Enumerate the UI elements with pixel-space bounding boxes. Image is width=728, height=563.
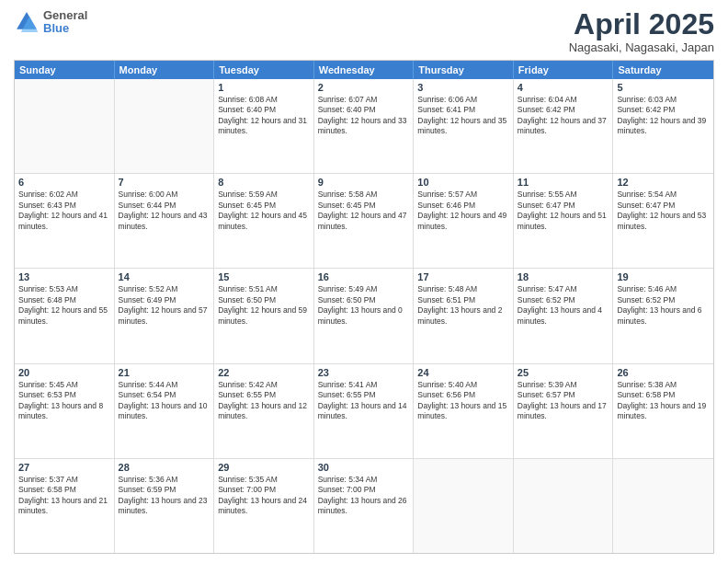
day-number: 10	[417, 177, 509, 188]
header: General Blue April 2025 Nagasaki, Nagasa…	[14, 9, 714, 54]
day-number: 20	[18, 367, 110, 378]
calendar-cell: 3Sunrise: 6:06 AM Sunset: 6:41 PM Daylig…	[414, 79, 514, 173]
cell-info: Sunrise: 6:02 AM Sunset: 6:43 PM Dayligh…	[18, 190, 110, 232]
header-day-sunday: Sunday	[15, 61, 115, 79]
day-number: 24	[417, 367, 509, 378]
calendar-cell: 23Sunrise: 5:41 AM Sunset: 6:55 PM Dayli…	[314, 364, 415, 458]
calendar-cell: 4Sunrise: 6:04 AM Sunset: 6:42 PM Daylig…	[514, 79, 614, 173]
calendar-cell: 8Sunrise: 5:59 AM Sunset: 6:45 PM Daylig…	[214, 174, 314, 268]
calendar-cell: 9Sunrise: 5:58 AM Sunset: 6:45 PM Daylig…	[314, 174, 415, 268]
cell-info: Sunrise: 5:45 AM Sunset: 6:53 PM Dayligh…	[18, 380, 110, 422]
cell-info: Sunrise: 5:52 AM Sunset: 6:49 PM Dayligh…	[119, 284, 210, 327]
calendar-cell: 29Sunrise: 5:35 AM Sunset: 7:00 PM Dayli…	[214, 459, 314, 553]
header-day-tuesday: Tuesday	[214, 61, 314, 79]
day-number: 12	[617, 177, 710, 188]
logo-text: General Blue	[43, 9, 87, 36]
day-number: 14	[119, 271, 210, 282]
cell-info: Sunrise: 5:37 AM Sunset: 6:58 PM Dayligh…	[18, 475, 110, 517]
calendar-header: SundayMondayTuesdayWednesdayThursdayFrid…	[15, 61, 713, 79]
day-number: 3	[417, 82, 509, 93]
calendar-cell: 11Sunrise: 5:55 AM Sunset: 6:47 PM Dayli…	[514, 174, 614, 268]
logo-line1: General	[43, 9, 87, 22]
cell-info: Sunrise: 6:00 AM Sunset: 6:44 PM Dayligh…	[119, 190, 210, 232]
cell-info: Sunrise: 5:59 AM Sunset: 6:45 PM Dayligh…	[218, 190, 310, 232]
day-number: 13	[18, 271, 110, 282]
day-number: 30	[318, 462, 410, 473]
calendar-cell: 30Sunrise: 5:34 AM Sunset: 7:00 PM Dayli…	[314, 459, 415, 553]
day-number: 4	[518, 82, 609, 93]
day-number: 22	[218, 367, 310, 378]
cell-info: Sunrise: 6:07 AM Sunset: 6:40 PM Dayligh…	[318, 95, 410, 137]
calendar-row-0: 1Sunrise: 6:08 AM Sunset: 6:40 PM Daylig…	[15, 79, 713, 173]
calendar-cell: 13Sunrise: 5:53 AM Sunset: 6:48 PM Dayli…	[15, 269, 115, 362]
day-number: 15	[218, 271, 310, 282]
cell-info: Sunrise: 5:53 AM Sunset: 6:48 PM Dayligh…	[18, 284, 110, 327]
calendar-row-1: 6Sunrise: 6:02 AM Sunset: 6:43 PM Daylig…	[15, 173, 713, 268]
day-number: 16	[318, 271, 410, 282]
calendar-cell: 10Sunrise: 5:57 AM Sunset: 6:46 PM Dayli…	[414, 174, 514, 268]
day-number: 28	[119, 462, 210, 473]
cell-info: Sunrise: 5:41 AM Sunset: 6:55 PM Dayligh…	[318, 380, 410, 422]
calendar-cell: 22Sunrise: 5:42 AM Sunset: 6:55 PM Dayli…	[214, 364, 314, 458]
calendar-cell: 28Sunrise: 5:36 AM Sunset: 6:59 PM Dayli…	[115, 459, 215, 553]
day-number: 8	[218, 177, 310, 188]
calendar-cell: 26Sunrise: 5:38 AM Sunset: 6:58 PM Dayli…	[613, 364, 713, 458]
cell-info: Sunrise: 5:36 AM Sunset: 6:59 PM Dayligh…	[119, 475, 210, 517]
cell-info: Sunrise: 6:08 AM Sunset: 6:40 PM Dayligh…	[218, 95, 310, 137]
calendar-cell: 14Sunrise: 5:52 AM Sunset: 6:49 PM Dayli…	[115, 269, 215, 362]
day-number: 6	[18, 177, 110, 188]
day-number: 26	[617, 367, 710, 378]
calendar-cell: 21Sunrise: 5:44 AM Sunset: 6:54 PM Dayli…	[115, 364, 215, 458]
cell-info: Sunrise: 5:57 AM Sunset: 6:46 PM Dayligh…	[417, 190, 509, 232]
day-number: 17	[417, 271, 509, 282]
logo-line2: Blue	[43, 22, 87, 35]
header-day-thursday: Thursday	[414, 61, 514, 79]
location: Nagasaki, Nagasaki, Japan	[569, 40, 714, 54]
calendar-cell: 2Sunrise: 6:07 AM Sunset: 6:40 PM Daylig…	[314, 79, 415, 173]
title-area: April 2025 Nagasaki, Nagasaki, Japan	[569, 9, 714, 54]
cell-info: Sunrise: 5:35 AM Sunset: 7:00 PM Dayligh…	[218, 475, 310, 517]
cell-info: Sunrise: 5:51 AM Sunset: 6:50 PM Dayligh…	[218, 284, 310, 327]
calendar-cell: 6Sunrise: 6:02 AM Sunset: 6:43 PM Daylig…	[15, 174, 115, 268]
day-number: 5	[617, 82, 710, 93]
calendar-cell: 17Sunrise: 5:48 AM Sunset: 6:51 PM Dayli…	[414, 269, 514, 362]
day-number: 11	[518, 177, 609, 188]
calendar-cell	[15, 79, 115, 173]
cell-info: Sunrise: 5:39 AM Sunset: 6:57 PM Dayligh…	[518, 380, 609, 422]
cell-info: Sunrise: 5:48 AM Sunset: 6:51 PM Dayligh…	[417, 284, 509, 327]
calendar-body: 1Sunrise: 6:08 AM Sunset: 6:40 PM Daylig…	[15, 79, 713, 553]
cell-info: Sunrise: 5:55 AM Sunset: 6:47 PM Dayligh…	[518, 190, 609, 232]
day-number: 23	[318, 367, 410, 378]
calendar-cell: 16Sunrise: 5:49 AM Sunset: 6:50 PM Dayli…	[314, 269, 415, 362]
calendar-cell: 1Sunrise: 6:08 AM Sunset: 6:40 PM Daylig…	[214, 79, 314, 173]
day-number: 21	[119, 367, 210, 378]
logo: General Blue	[14, 9, 87, 36]
cell-info: Sunrise: 5:38 AM Sunset: 6:58 PM Dayligh…	[617, 380, 710, 422]
calendar-cell: 27Sunrise: 5:37 AM Sunset: 6:58 PM Dayli…	[15, 459, 115, 553]
day-number: 19	[617, 271, 710, 282]
day-number: 1	[218, 82, 310, 93]
calendar-cell	[514, 459, 614, 553]
day-number: 7	[119, 177, 210, 188]
day-number: 9	[318, 177, 410, 188]
calendar-cell	[414, 459, 514, 553]
cell-info: Sunrise: 5:54 AM Sunset: 6:47 PM Dayligh…	[617, 190, 710, 232]
calendar-cell: 15Sunrise: 5:51 AM Sunset: 6:50 PM Dayli…	[214, 269, 314, 362]
cell-info: Sunrise: 5:34 AM Sunset: 7:00 PM Dayligh…	[318, 475, 410, 517]
calendar-cell: 18Sunrise: 5:47 AM Sunset: 6:52 PM Dayli…	[514, 269, 614, 362]
calendar-cell: 24Sunrise: 5:40 AM Sunset: 6:56 PM Dayli…	[414, 364, 514, 458]
calendar-cell: 5Sunrise: 6:03 AM Sunset: 6:42 PM Daylig…	[613, 79, 713, 173]
cell-info: Sunrise: 5:46 AM Sunset: 6:52 PM Dayligh…	[617, 284, 710, 327]
calendar-row-3: 20Sunrise: 5:45 AM Sunset: 6:53 PM Dayli…	[15, 363, 713, 458]
calendar-cell: 19Sunrise: 5:46 AM Sunset: 6:52 PM Dayli…	[613, 269, 713, 362]
day-number: 27	[18, 462, 110, 473]
calendar-row-4: 27Sunrise: 5:37 AM Sunset: 6:58 PM Dayli…	[15, 458, 713, 553]
cell-info: Sunrise: 6:06 AM Sunset: 6:41 PM Dayligh…	[417, 95, 509, 137]
cell-info: Sunrise: 5:58 AM Sunset: 6:45 PM Dayligh…	[318, 190, 410, 232]
calendar-cell	[115, 79, 215, 173]
day-number: 18	[518, 271, 609, 282]
calendar: SundayMondayTuesdayWednesdayThursdayFrid…	[14, 60, 714, 554]
day-number: 25	[518, 367, 609, 378]
header-day-monday: Monday	[115, 61, 215, 79]
cell-info: Sunrise: 6:04 AM Sunset: 6:42 PM Dayligh…	[518, 95, 609, 137]
